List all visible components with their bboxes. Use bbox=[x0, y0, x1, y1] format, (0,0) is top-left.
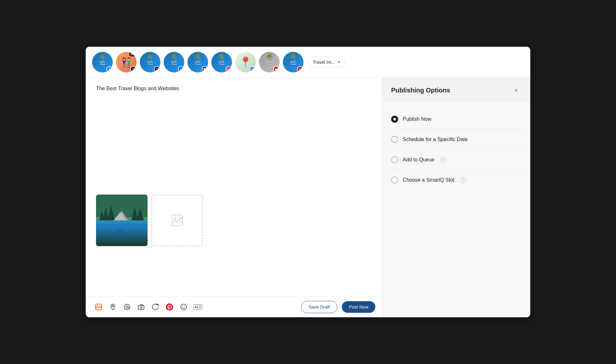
radio-schedule[interactable] bbox=[391, 136, 398, 143]
emoji-toolbar-btn[interactable] bbox=[177, 301, 190, 313]
account-avatar-tw2[interactable]: 🌴 ZylkerTravel 𝕏 bbox=[140, 52, 160, 72]
landscape-svg bbox=[96, 195, 148, 246]
palm-icon6: 🌴 bbox=[265, 53, 274, 61]
avatar-label: ZylkerTravel bbox=[94, 61, 111, 65]
palm-icon5: 🌴 bbox=[218, 53, 226, 61]
svg-point-13 bbox=[174, 218, 176, 219]
people-icon: 👫 bbox=[121, 57, 132, 68]
svg-point-17 bbox=[97, 305, 98, 306]
tw-badge: 𝕏 bbox=[130, 66, 136, 72]
radio-publish-now[interactable] bbox=[391, 116, 398, 123]
svg-point-21 bbox=[140, 307, 142, 309]
image-plus-icon bbox=[171, 214, 184, 227]
images-row bbox=[96, 195, 371, 246]
content-area: The Best Travel Blogs and Websites bbox=[86, 78, 530, 317]
close-button[interactable]: × bbox=[511, 85, 521, 95]
emoji-icon bbox=[180, 303, 187, 311]
pinterest-toolbar-btn[interactable] bbox=[163, 301, 176, 313]
location-toolbar-btn[interactable] bbox=[106, 301, 119, 313]
account-avatar-yt[interactable]: 🌴 ZylkerTravel ▶ bbox=[259, 52, 280, 72]
refresh-icon bbox=[152, 303, 159, 311]
camera-toolbar-btn[interactable] bbox=[135, 301, 148, 313]
svg-rect-10 bbox=[96, 221, 148, 246]
publishing-title: Publishing Options bbox=[391, 87, 450, 94]
queue-help-icon[interactable]: ? bbox=[440, 157, 446, 163]
avatar-label6: ZylkerTravel bbox=[261, 61, 277, 65]
queue-label: Add to Queue bbox=[403, 157, 435, 163]
svg-point-23 bbox=[182, 306, 183, 307]
avatar-label2: ZylkerTravel bbox=[142, 61, 158, 65]
add-image-icon bbox=[171, 214, 184, 227]
count-badge: 245 bbox=[129, 52, 137, 56]
svg-point-24 bbox=[184, 306, 185, 307]
publishing-header: Publishing Options × bbox=[382, 78, 530, 101]
add-image-box[interactable] bbox=[151, 195, 203, 246]
post-title: The Best Travel Blogs and Websites bbox=[96, 86, 371, 91]
svg-point-22 bbox=[181, 304, 187, 310]
radio-queue[interactable] bbox=[391, 156, 398, 163]
gc-badge: G bbox=[249, 66, 255, 72]
svg-rect-20 bbox=[138, 305, 144, 310]
account-avatar-li[interactable]: 🌴 ZylkerTravel in bbox=[164, 52, 184, 72]
account-avatar-mail[interactable]: 🌴 ZylkerTravel ▦ bbox=[188, 52, 208, 72]
schedule-label: Schedule for a Specific Date bbox=[403, 137, 468, 142]
editor-panel: The Best Travel Blogs and Websites bbox=[86, 78, 382, 317]
pinterest-icon bbox=[166, 303, 173, 311]
radio-inner bbox=[393, 118, 396, 120]
option-smartq[interactable]: Choose a SmartQ Slot ? bbox=[391, 170, 521, 190]
palm-icon: 🌴 bbox=[99, 53, 107, 61]
accounts-bar: 🌴 ZylkerTravel f 👫 𝕏 245 🌴 ZylkerTravel … bbox=[86, 47, 530, 78]
avatar-label4: ZylkerTravel bbox=[189, 61, 206, 65]
editor-body: The Best Travel Blogs and Websites bbox=[86, 78, 382, 296]
palm-icon4: 🌴 bbox=[194, 53, 202, 61]
avatar-label3: ZylkerTravel bbox=[166, 61, 182, 65]
image-toolbar-btn[interactable] bbox=[92, 301, 105, 313]
publishing-options: Publish Now Schedule for a Specific Date… bbox=[382, 101, 530, 198]
option-schedule[interactable]: Schedule for a Specific Date bbox=[391, 129, 521, 150]
publish-now-label: Publish Now bbox=[403, 116, 431, 122]
editor-toolbar: ALT Save Draft Post Now bbox=[86, 296, 382, 317]
palm-icon3: 🌴 bbox=[170, 53, 178, 61]
post-now-button[interactable]: Post Now bbox=[342, 301, 375, 313]
mention-toolbar-btn[interactable] bbox=[120, 301, 133, 313]
travel-dropdown[interactable]: Travel Im... ▾ bbox=[308, 57, 345, 68]
post-image-thumb[interactable] bbox=[96, 195, 148, 246]
li-badge: in bbox=[178, 66, 184, 72]
tw2-badge: 𝕏 bbox=[154, 66, 160, 72]
dropdown-label: Travel Im... bbox=[313, 60, 335, 65]
avatar-label5: ZylkerTravel bbox=[213, 61, 230, 65]
account-avatar-ig[interactable]: 🌴 ZylkerTravel ◎ bbox=[211, 52, 232, 72]
publishing-panel: Publishing Options × Publish Now Schedul… bbox=[382, 78, 530, 317]
location-icon bbox=[109, 303, 116, 311]
refresh-toolbar-btn[interactable] bbox=[149, 301, 162, 313]
svg-point-19 bbox=[124, 304, 130, 310]
account-avatar-fb[interactable]: 🌴 ZylkerTravel f bbox=[92, 52, 113, 72]
account-avatar-tw[interactable]: 👫 𝕏 245 bbox=[116, 52, 137, 72]
smartq-help-icon[interactable]: ? bbox=[460, 177, 466, 183]
alt-toolbar-btn[interactable]: ALT bbox=[191, 301, 204, 313]
svg-point-18 bbox=[112, 305, 113, 307]
option-queue[interactable]: Add to Queue ? bbox=[391, 150, 521, 170]
pi-badge: P bbox=[297, 66, 303, 72]
mention-icon bbox=[123, 303, 130, 311]
radio-smartq[interactable] bbox=[391, 177, 398, 184]
fb-badge: f bbox=[106, 66, 112, 72]
option-publish-now[interactable]: Publish Now bbox=[391, 109, 521, 129]
account-avatar-pi[interactable]: 🌴 ZylkerTravel P bbox=[283, 52, 303, 72]
alt-text-label: ALT bbox=[193, 304, 203, 310]
ig-badge: ◎ bbox=[226, 66, 231, 72]
palm-icon7: 🌴 bbox=[289, 53, 297, 61]
save-draft-button[interactable]: Save Draft bbox=[301, 301, 337, 313]
palm-icon2: 🌴 bbox=[146, 53, 154, 61]
account-avatar-maps[interactable]: 📍 G bbox=[235, 52, 256, 72]
image-icon bbox=[95, 303, 102, 311]
chevron-down-icon: ▾ bbox=[338, 60, 340, 64]
avatar-label7: ZylkerTravel bbox=[285, 61, 301, 65]
smartq-label: Choose a SmartQ Slot bbox=[403, 177, 454, 183]
mail-badge: ▦ bbox=[202, 66, 207, 72]
yt-badge: ▶ bbox=[273, 66, 279, 72]
main-container: 🌴 ZylkerTravel f 👫 𝕏 245 🌴 ZylkerTravel … bbox=[86, 47, 530, 317]
camera-icon bbox=[138, 303, 145, 311]
